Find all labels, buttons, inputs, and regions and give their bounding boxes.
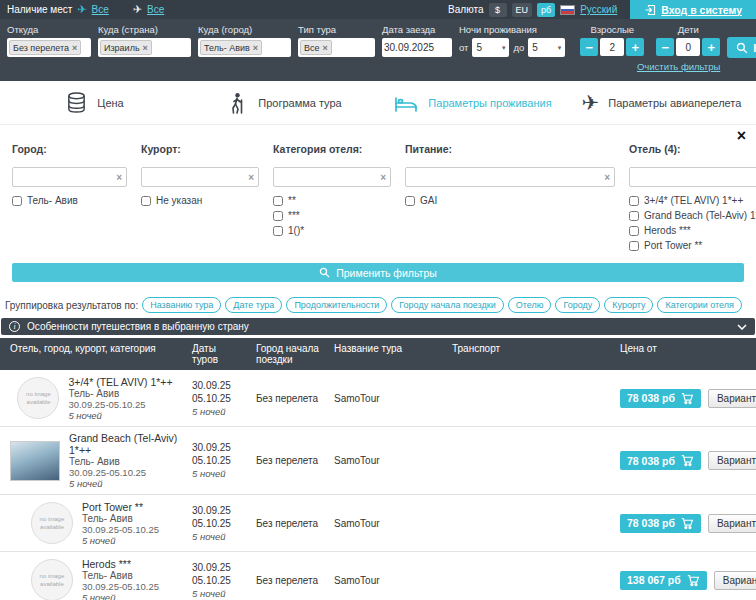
remove-tag-icon[interactable]: × — [143, 43, 148, 53]
tab-price[interactable]: Цена — [0, 81, 189, 124]
hotel-city: Тель- Авив — [69, 456, 180, 467]
hotel-option[interactable]: Herods *** — [629, 225, 756, 236]
currency-eur-button[interactable]: EU — [512, 3, 533, 17]
search-button[interactable]: Найти — [727, 37, 756, 58]
meal-option[interactable]: GAI — [405, 195, 615, 206]
variants-button[interactable]: Варианты — [714, 571, 756, 590]
country-tag: Израиль × — [100, 40, 152, 55]
category-checkbox[interactable] — [273, 196, 283, 206]
table-row: Grand Beach (Tel-Aviv) 1*++ Тель- Авив 3… — [0, 427, 756, 495]
group-by-tour-name-pill[interactable]: Названию тура — [142, 297, 221, 313]
hotel-name: Port Tower ** — [82, 501, 159, 513]
column-header: Даты туров — [186, 338, 250, 370]
hotel-option[interactable]: Port Tower ** — [629, 240, 756, 251]
city-filter-input[interactable]: × — [12, 167, 127, 187]
hotel-city: Тель- Авив — [68, 388, 172, 399]
hotel-filter-input[interactable]: × — [629, 167, 756, 187]
tour-date-to: 05.10.25 — [192, 518, 244, 529]
remove-tag-icon[interactable]: × — [72, 43, 77, 53]
hotel-checkbox[interactable] — [629, 211, 639, 221]
hotel-checkbox[interactable] — [629, 226, 639, 236]
from-field: Откуда Без перелета × — [7, 24, 91, 57]
nights-from-select[interactable]: 5 ▾ — [472, 38, 509, 57]
tour-nights: 5 ночей — [192, 406, 244, 417]
hotel-nights: 5 ночей — [82, 535, 159, 546]
adults-minus-button[interactable]: − — [580, 38, 598, 56]
meal-filter-label: Питание: — [405, 143, 615, 155]
resort-option[interactable]: Не указан — [141, 195, 259, 206]
group-by-hotel-category-pill[interactable]: Категории отеля — [657, 297, 741, 313]
price-button[interactable]: 78 038 рб — [620, 451, 701, 470]
remove-tag-icon[interactable]: × — [253, 43, 258, 53]
city-checkbox[interactable] — [12, 196, 22, 206]
hotel-checkbox[interactable] — [629, 241, 639, 251]
hotel-date-range: 30.09.25-05.10.25 — [68, 399, 172, 410]
meal-checkbox[interactable] — [405, 196, 415, 206]
nights-to-select[interactable]: 5 ▾ — [528, 38, 565, 57]
apply-filters-button[interactable]: Применить фильтры — [12, 263, 744, 282]
hotel-category-filter-column: Категория отеля: × ** *** 1()* — [273, 131, 391, 251]
resort-filter-input[interactable]: × — [141, 167, 259, 187]
children-plus-button[interactable]: + — [702, 38, 720, 56]
coins-icon — [65, 91, 88, 114]
tab-tour-program[interactable]: Программа тура — [189, 81, 378, 124]
language-link[interactable]: Русский — [580, 4, 617, 15]
category-option[interactable]: ** — [273, 195, 391, 206]
availability-all-link[interactable]: Все — [92, 4, 109, 15]
clear-filters-link[interactable]: Очистить фильтры — [637, 61, 720, 72]
tab-label: Параметры авиаперелета — [608, 97, 741, 109]
city-input[interactable]: Тель- Авив × — [198, 38, 291, 57]
tour-type-input[interactable]: Все × — [298, 38, 375, 57]
variants-button[interactable]: Варианты — [708, 389, 756, 408]
hotel-option[interactable]: Grand Beach (Tel-Aviv) 1*++ — [629, 210, 756, 221]
group-by-resort-pill[interactable]: Курорту — [604, 297, 653, 313]
hotel-checkbox[interactable] — [629, 196, 639, 206]
clear-input-icon[interactable]: × — [380, 172, 386, 183]
city-option[interactable]: Тель- Авив — [12, 195, 127, 206]
category-checkbox[interactable] — [273, 226, 283, 236]
cart-icon — [681, 392, 694, 405]
clear-input-icon[interactable]: × — [116, 172, 122, 183]
close-icon[interactable]: × — [737, 127, 746, 145]
date-label: Дата заезда — [382, 24, 452, 35]
tour-name: SamoTour — [334, 393, 440, 404]
plane-icon: ✈ — [582, 92, 600, 113]
children-minus-button[interactable]: − — [656, 38, 674, 56]
from-input[interactable]: Без перелета × — [7, 38, 91, 57]
price-button[interactable]: 78 038 рб — [620, 514, 701, 533]
group-by-city-pill[interactable]: Городу — [555, 297, 600, 313]
group-by-tour-date-pill[interactable]: Дате тура — [225, 297, 282, 313]
currency-rub-button[interactable]: рб — [537, 3, 555, 17]
clear-input-icon[interactable]: × — [604, 172, 610, 183]
variants-button[interactable]: Варианты — [708, 451, 756, 470]
login-button[interactable]: Вход в систему — [630, 0, 756, 19]
hotel-category-filter-input[interactable]: × — [273, 167, 391, 187]
price-button[interactable]: 138 067 рб — [620, 571, 707, 590]
group-by-duration-pill[interactable]: Продолжительности — [286, 297, 387, 313]
tab-label: Параметры проживания — [428, 97, 551, 109]
category-option[interactable]: *** — [273, 210, 391, 221]
date-input[interactable] — [384, 42, 450, 53]
passengers-group: Взрослые − 2 + Дети − 0 + Очистить фильт… — [580, 24, 720, 72]
tab-flight-params[interactable]: ✈ Параметры авиаперелета — [567, 81, 756, 124]
tour-date-to: 05.10.25 — [192, 575, 244, 586]
hotel-option[interactable]: 3+/4* (TEL AVIV) 1*++ — [629, 195, 756, 206]
country-input[interactable]: Израиль × — [98, 38, 191, 57]
group-by-hotel-pill[interactable]: Отелю — [508, 297, 552, 313]
category-option[interactable]: 1()* — [273, 225, 391, 236]
price-button[interactable]: 78 038 рб — [620, 389, 701, 408]
group-by-departure-city-pill[interactable]: Городу начала поездки — [391, 297, 503, 313]
tab-accommodation[interactable]: Параметры проживания — [378, 81, 567, 124]
category-checkbox[interactable] — [273, 211, 283, 221]
country-info-bar[interactable]: i Особенности путешествия в выбранную ст… — [1, 318, 755, 335]
remove-tag-icon[interactable]: × — [323, 43, 328, 53]
departure-city: Без перелета — [256, 455, 322, 466]
flights-all-link[interactable]: Все — [147, 4, 164, 15]
clear-input-icon[interactable]: × — [248, 172, 254, 183]
tab-label: Цена — [97, 97, 123, 109]
currency-usd-button[interactable]: $ — [489, 3, 507, 17]
meal-filter-input[interactable]: × — [405, 167, 615, 187]
resort-checkbox[interactable] — [141, 196, 151, 206]
variants-button[interactable]: Варианты — [708, 514, 756, 533]
adults-plus-button[interactable]: + — [626, 38, 644, 56]
